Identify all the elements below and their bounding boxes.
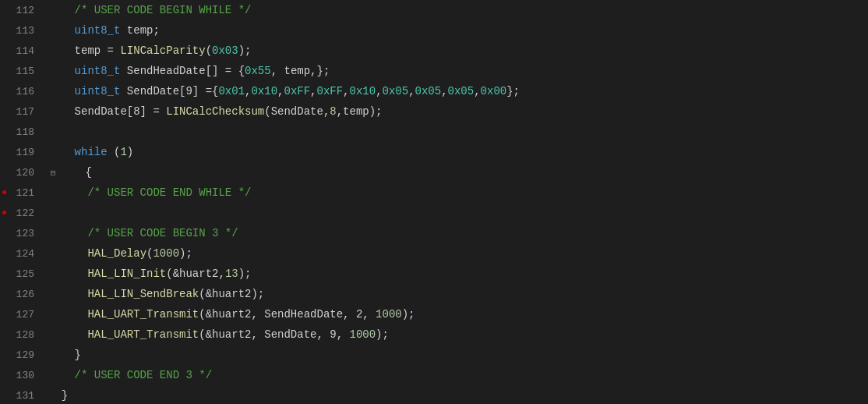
token: ); xyxy=(376,328,389,341)
line-number-113: 113 xyxy=(0,20,41,41)
token: ); xyxy=(402,308,415,321)
token: uint8_t xyxy=(75,85,121,97)
code-line-119: while (1) xyxy=(48,142,868,162)
line-numbers: 1121131141151161171181191201211221231241… xyxy=(0,0,41,404)
token: ); xyxy=(179,247,192,260)
token xyxy=(48,328,87,341)
line-number-124: 124 xyxy=(0,243,41,264)
code-line-127: HAL_UART_Transmit(&huart2, SendHeadDate,… xyxy=(48,304,868,324)
code-line-122 xyxy=(48,203,868,223)
token: /* USER CODE END 3 */ xyxy=(48,369,212,381)
token: , xyxy=(441,85,447,97)
token: , xyxy=(343,85,349,97)
code-line-118 xyxy=(48,122,868,142)
token: HAL_Delay xyxy=(87,247,146,260)
code-line-120: ⊟ { xyxy=(48,162,868,183)
line-number-118: 118 xyxy=(0,122,41,142)
code-line-128: HAL_UART_Transmit(&huart2, SendDate, 9, … xyxy=(48,324,868,345)
token: LINCalcParity xyxy=(120,44,205,57)
code-line-117: SendDate[8] = LINCalcChecksum(SendDate,8… xyxy=(48,101,868,122)
token: 1 xyxy=(120,146,126,158)
code-line-112: /* USER CODE BEGIN WHILE */ xyxy=(48,0,868,20)
collapse-icon[interactable]: ⊟ xyxy=(48,168,58,178)
line-number-131: 131 xyxy=(0,385,41,404)
token: /* USER CODE BEGIN 3 */ xyxy=(48,227,238,239)
code-line-116: uint8_t SendDate[9] ={0x01,0x10,0xFF,0xF… xyxy=(48,81,868,101)
token: (&huart2, xyxy=(166,268,225,280)
line-number-123: 123 xyxy=(0,223,41,243)
code-line-124: HAL_Delay(1000); xyxy=(48,243,868,264)
token: ( xyxy=(146,247,153,260)
token: (&huart2); xyxy=(199,288,264,300)
token: 0xFF xyxy=(284,85,310,97)
token: 0x03 xyxy=(212,44,238,57)
token: 1000 xyxy=(376,308,402,321)
token: , xyxy=(245,85,251,97)
token: (&huart2, SendHeadDate, 2, xyxy=(199,308,376,321)
token: } xyxy=(48,349,81,361)
token: , temp,}; xyxy=(271,65,330,77)
code-line-125: HAL_LIN_Init(&huart2,13); xyxy=(48,264,868,284)
line-number-126: 126 xyxy=(0,284,41,304)
token: HAL_LIN_SendBreak xyxy=(87,288,199,300)
token: 13 xyxy=(225,268,238,280)
token: while xyxy=(75,146,108,158)
code-editor: 1121131141151161171181191201211221231241… xyxy=(0,0,868,404)
code-line-129: } xyxy=(48,345,868,365)
token: 1000 xyxy=(153,247,179,260)
token: uint8_t xyxy=(75,24,121,37)
token xyxy=(48,288,87,300)
token: 0x10 xyxy=(350,85,376,97)
token: }; xyxy=(506,85,520,97)
line-number-116: 116 xyxy=(0,81,41,101)
token: HAL_UART_Transmit xyxy=(87,328,199,341)
token: /* USER CODE END WHILE */ xyxy=(48,186,251,199)
line-number-117: 117 xyxy=(0,101,41,122)
line-number-114: 114 xyxy=(0,41,41,61)
token: temp; xyxy=(120,24,159,37)
token: , xyxy=(376,85,382,97)
token: /* USER CODE BEGIN WHILE */ xyxy=(48,4,251,16)
token: { xyxy=(59,166,92,179)
line-number-130: 130 xyxy=(0,365,41,385)
line-number-127: 127 xyxy=(0,304,41,324)
token: HAL_UART_Transmit xyxy=(87,308,199,321)
token: 0xFF xyxy=(317,85,344,97)
line-number-128: 128 xyxy=(0,324,41,345)
token: HAL_LIN_Init xyxy=(87,268,166,280)
line-number-115: 115 xyxy=(0,61,41,81)
code-line-126: HAL_LIN_SendBreak(&huart2); xyxy=(48,284,868,304)
token: , xyxy=(474,85,480,97)
token xyxy=(48,268,87,280)
code-line-131: } xyxy=(48,385,868,404)
token: ) xyxy=(127,146,133,158)
line-number-129: 129 xyxy=(0,345,41,365)
token: SendDate[8] = xyxy=(48,105,166,118)
token: SendHeadDate[] = { xyxy=(120,65,245,77)
token: ); xyxy=(238,268,252,280)
token: 0x05 xyxy=(383,85,409,97)
token: , xyxy=(310,85,316,97)
token: 0x05 xyxy=(415,85,442,97)
token xyxy=(48,146,75,158)
token: ( xyxy=(108,146,121,158)
code-area[interactable]: /* USER CODE BEGIN WHILE */ uint8_t temp… xyxy=(41,0,868,404)
code-line-114: temp = LINCalcParity(0x03); xyxy=(48,41,868,61)
line-number-119: 119 xyxy=(0,142,41,162)
token: ( xyxy=(206,44,212,57)
token: LINCalcChecksum xyxy=(166,105,264,118)
token: 0x05 xyxy=(448,85,475,97)
line-number-121: 121 xyxy=(0,183,41,203)
token: ); xyxy=(238,44,252,57)
code-line-113: uint8_t temp; xyxy=(48,20,868,41)
token: (&huart2, SendDate, 9, xyxy=(199,328,349,341)
token: uint8_t xyxy=(75,65,121,77)
token: 0x01 xyxy=(218,85,245,97)
token: } xyxy=(48,389,68,402)
line-number-120: 120 xyxy=(0,162,41,183)
token: ,temp); xyxy=(337,105,383,118)
token xyxy=(48,85,75,97)
code-line-123: /* USER CODE BEGIN 3 */ xyxy=(48,223,868,243)
token: 0x10 xyxy=(251,85,277,97)
line-number-112: 112 xyxy=(0,0,41,20)
